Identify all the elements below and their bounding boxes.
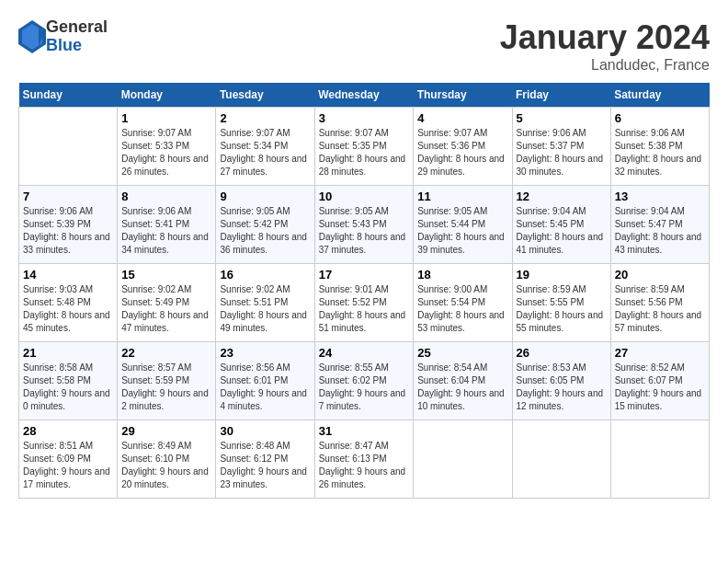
- calendar-cell: 20Sunrise: 8:59 AMSunset: 5:56 PMDayligh…: [610, 264, 709, 342]
- day-number: 15: [121, 268, 211, 282]
- calendar-cell: 10Sunrise: 9:05 AMSunset: 5:43 PMDayligh…: [314, 186, 414, 264]
- calendar-cell: 30Sunrise: 8:48 AMSunset: 6:12 PMDayligh…: [216, 420, 314, 499]
- calendar-cell: 17Sunrise: 9:01 AMSunset: 5:52 PMDayligh…: [314, 264, 414, 342]
- day-info: Sunrise: 8:52 AMSunset: 6:07 PMDaylight:…: [615, 362, 705, 413]
- day-info: Sunrise: 9:03 AMSunset: 5:48 PMDaylight:…: [23, 283, 113, 335]
- calendar-cell: 22Sunrise: 8:57 AMSunset: 5:59 PMDayligh…: [118, 342, 216, 420]
- calendar-location: Landudec, France: [500, 57, 710, 74]
- weekday-header-row: SundayMondayTuesdayWednesdayThursdayFrid…: [19, 83, 710, 108]
- day-info: Sunrise: 9:06 AMSunset: 5:39 PMDaylight:…: [23, 205, 113, 257]
- calendar-cell: 27Sunrise: 8:52 AMSunset: 6:07 PMDayligh…: [610, 342, 709, 420]
- day-number: 3: [319, 111, 410, 125]
- calendar-cell: 16Sunrise: 9:02 AMSunset: 5:51 PMDayligh…: [216, 264, 314, 342]
- day-info: Sunrise: 8:48 AMSunset: 6:12 PMDaylight:…: [220, 440, 310, 491]
- day-info: Sunrise: 8:59 AMSunset: 5:55 PMDaylight:…: [517, 283, 607, 335]
- calendar-cell: 26Sunrise: 8:53 AMSunset: 6:05 PMDayligh…: [512, 342, 610, 420]
- day-info: Sunrise: 9:07 AMSunset: 5:35 PMDaylight:…: [319, 127, 410, 178]
- calendar-cell: 29Sunrise: 8:49 AMSunset: 6:10 PMDayligh…: [118, 420, 216, 499]
- calendar-cell: 31Sunrise: 8:47 AMSunset: 6:13 PMDayligh…: [314, 420, 414, 499]
- logo: General Blue: [18, 18, 108, 55]
- day-number: 14: [23, 268, 113, 282]
- calendar-cell: 19Sunrise: 8:59 AMSunset: 5:55 PMDayligh…: [512, 264, 610, 342]
- calendar-cell: 15Sunrise: 9:02 AMSunset: 5:49 PMDayligh…: [118, 264, 216, 342]
- calendar-cell: [610, 420, 709, 499]
- calendar-table: SundayMondayTuesdayWednesdayThursdayFrid…: [18, 83, 710, 499]
- day-info: Sunrise: 8:55 AMSunset: 6:02 PMDaylight:…: [319, 362, 410, 413]
- calendar-cell: 2Sunrise: 9:07 AMSunset: 5:34 PMDaylight…: [216, 108, 314, 186]
- day-number: 7: [23, 190, 113, 203]
- day-number: 17: [319, 268, 410, 282]
- day-number: 25: [417, 346, 507, 360]
- day-number: 19: [517, 268, 607, 282]
- day-number: 13: [615, 190, 705, 203]
- calendar-cell: [512, 420, 610, 499]
- day-info: Sunrise: 9:06 AMSunset: 5:38 PMDaylight:…: [615, 127, 705, 178]
- calendar-week-row: 7Sunrise: 9:06 AMSunset: 5:39 PMDaylight…: [19, 186, 710, 264]
- logo-icon: [18, 20, 46, 53]
- calendar-cell: 13Sunrise: 9:04 AMSunset: 5:47 PMDayligh…: [610, 186, 709, 264]
- day-info: Sunrise: 8:53 AMSunset: 6:05 PMDaylight:…: [517, 362, 607, 413]
- day-number: 16: [220, 268, 310, 282]
- calendar-cell: 28Sunrise: 8:51 AMSunset: 6:09 PMDayligh…: [19, 420, 118, 499]
- logo-general: General: [46, 18, 108, 37]
- weekday-header: Sunday: [19, 83, 118, 108]
- calendar-title: January 2024: [500, 18, 710, 57]
- day-number: 26: [517, 346, 607, 360]
- calendar-cell: 3Sunrise: 9:07 AMSunset: 5:35 PMDaylight…: [314, 108, 414, 186]
- calendar-cell: 23Sunrise: 8:56 AMSunset: 6:01 PMDayligh…: [216, 342, 314, 420]
- day-number: 24: [319, 346, 410, 360]
- day-info: Sunrise: 9:04 AMSunset: 5:45 PMDaylight:…: [517, 205, 607, 257]
- calendar-week-row: 1Sunrise: 9:07 AMSunset: 5:33 PMDaylight…: [19, 108, 710, 186]
- calendar-cell: 9Sunrise: 9:05 AMSunset: 5:42 PMDaylight…: [216, 186, 314, 264]
- weekday-header: Monday: [118, 83, 216, 108]
- weekday-header: Saturday: [610, 83, 709, 108]
- calendar-cell: 1Sunrise: 9:07 AMSunset: 5:33 PMDaylight…: [118, 108, 216, 186]
- day-number: 22: [121, 346, 211, 360]
- day-number: 23: [220, 346, 310, 360]
- weekday-header: Wednesday: [314, 83, 414, 108]
- day-info: Sunrise: 9:05 AMSunset: 5:43 PMDaylight:…: [319, 205, 410, 257]
- day-info: Sunrise: 8:59 AMSunset: 5:56 PMDaylight:…: [615, 283, 705, 335]
- day-number: 29: [121, 424, 211, 438]
- day-info: Sunrise: 8:47 AMSunset: 6:13 PMDaylight:…: [319, 440, 410, 491]
- day-number: 10: [319, 190, 410, 203]
- calendar-cell: 18Sunrise: 9:00 AMSunset: 5:54 PMDayligh…: [414, 264, 512, 342]
- calendar-cell: 6Sunrise: 9:06 AMSunset: 5:38 PMDaylight…: [610, 108, 709, 186]
- day-info: Sunrise: 9:00 AMSunset: 5:54 PMDaylight:…: [417, 283, 507, 335]
- weekday-header: Thursday: [414, 83, 512, 108]
- calendar-cell: 11Sunrise: 9:05 AMSunset: 5:44 PMDayligh…: [414, 186, 512, 264]
- page-header: General Blue January 2024 Landudec, Fran…: [18, 18, 710, 74]
- weekday-header: Friday: [512, 83, 610, 108]
- day-info: Sunrise: 9:07 AMSunset: 5:33 PMDaylight:…: [121, 127, 211, 178]
- day-number: 6: [615, 111, 705, 125]
- title-block: January 2024 Landudec, France: [500, 18, 710, 74]
- day-info: Sunrise: 8:58 AMSunset: 5:58 PMDaylight:…: [23, 362, 113, 413]
- day-number: 30: [220, 424, 310, 438]
- day-info: Sunrise: 9:02 AMSunset: 5:51 PMDaylight:…: [220, 283, 310, 335]
- day-info: Sunrise: 9:05 AMSunset: 5:42 PMDaylight:…: [220, 205, 310, 257]
- calendar-week-row: 28Sunrise: 8:51 AMSunset: 6:09 PMDayligh…: [19, 420, 710, 499]
- day-info: Sunrise: 9:06 AMSunset: 5:37 PMDaylight:…: [517, 127, 607, 178]
- day-info: Sunrise: 9:06 AMSunset: 5:41 PMDaylight:…: [121, 205, 211, 257]
- calendar-week-row: 14Sunrise: 9:03 AMSunset: 5:48 PMDayligh…: [19, 264, 710, 342]
- day-number: 11: [417, 190, 507, 203]
- day-info: Sunrise: 9:01 AMSunset: 5:52 PMDaylight:…: [319, 283, 410, 335]
- day-info: Sunrise: 9:05 AMSunset: 5:44 PMDaylight:…: [417, 205, 507, 257]
- calendar-cell: 12Sunrise: 9:04 AMSunset: 5:45 PMDayligh…: [512, 186, 610, 264]
- day-info: Sunrise: 8:56 AMSunset: 6:01 PMDaylight:…: [220, 362, 310, 413]
- calendar-week-row: 21Sunrise: 8:58 AMSunset: 5:58 PMDayligh…: [19, 342, 710, 420]
- day-number: 18: [417, 268, 507, 282]
- day-info: Sunrise: 9:07 AMSunset: 5:36 PMDaylight:…: [417, 127, 507, 178]
- day-number: 31: [319, 424, 410, 438]
- weekday-header: Tuesday: [216, 83, 314, 108]
- day-number: 27: [615, 346, 705, 360]
- day-number: 28: [23, 424, 113, 438]
- day-number: 5: [517, 111, 607, 125]
- calendar-cell: 5Sunrise: 9:06 AMSunset: 5:37 PMDaylight…: [512, 108, 610, 186]
- day-info: Sunrise: 8:57 AMSunset: 5:59 PMDaylight:…: [121, 362, 211, 413]
- calendar-cell: 8Sunrise: 9:06 AMSunset: 5:41 PMDaylight…: [118, 186, 216, 264]
- calendar-cell: 25Sunrise: 8:54 AMSunset: 6:04 PMDayligh…: [414, 342, 512, 420]
- day-number: 9: [220, 190, 310, 203]
- day-number: 1: [121, 111, 211, 125]
- day-number: 12: [517, 190, 607, 203]
